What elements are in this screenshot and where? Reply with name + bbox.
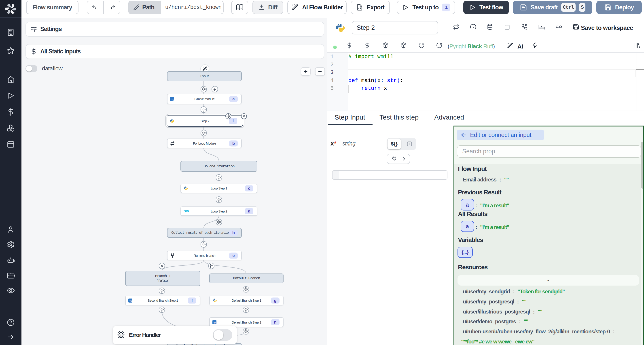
svg-text:GO: GO — [185, 210, 189, 213]
